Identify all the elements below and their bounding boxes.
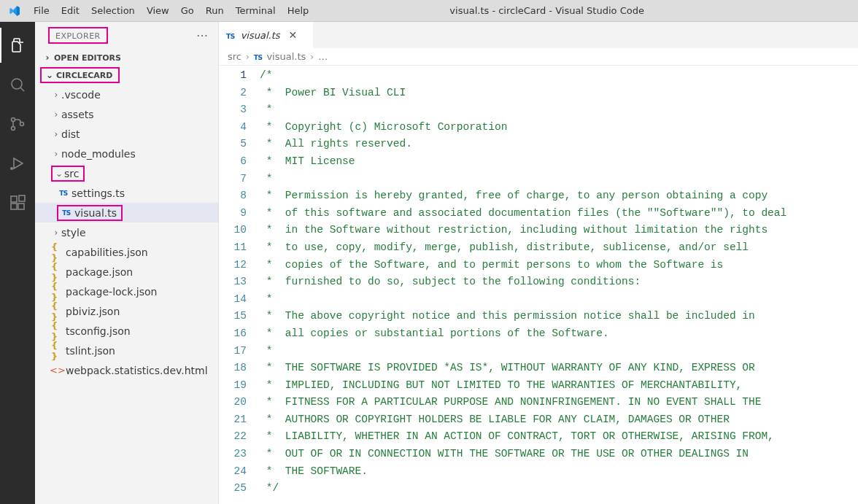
folder-node-modules[interactable]: ›node_modules bbox=[35, 144, 218, 163]
svg-rect-7 bbox=[11, 196, 17, 202]
chevron-right-icon: › bbox=[310, 52, 314, 62]
menu-run[interactable]: Run bbox=[200, 2, 230, 19]
folder-label: dist bbox=[61, 128, 80, 140]
menu-view[interactable]: View bbox=[141, 2, 175, 19]
activity-search-icon[interactable] bbox=[0, 67, 35, 102]
code-editor[interactable]: 1234567891011121314151617181920212223242… bbox=[219, 66, 858, 504]
folder-style[interactable]: ›style bbox=[35, 222, 218, 242]
window-title: visual.ts - circleCard - Visual Studio C… bbox=[314, 5, 852, 16]
menubar: File Edit Selection View Go Run Terminal… bbox=[0, 0, 858, 22]
activity-source-control-icon[interactable] bbox=[0, 106, 35, 141]
file-tsconfig[interactable]: { }tsconfig.json bbox=[35, 321, 218, 341]
open-editors-section[interactable]: › OPEN EDITORS bbox=[35, 48, 218, 67]
svg-rect-10 bbox=[19, 195, 25, 201]
svg-point-2 bbox=[12, 118, 15, 122]
line-number-gutter: 1234567891011121314151617181920212223242… bbox=[219, 66, 260, 504]
code-content[interactable]: /* * Power BI Visual CLI * * Copyright (… bbox=[260, 66, 858, 504]
json-file-icon: { } bbox=[51, 320, 64, 342]
svg-line-1 bbox=[20, 88, 24, 91]
breadcrumb-src[interactable]: src bbox=[228, 51, 241, 62]
json-file-icon: { } bbox=[51, 301, 64, 322]
open-editors-label: OPEN EDITORS bbox=[54, 53, 121, 63]
sidebar-header: EXPLORER ⋯ bbox=[35, 22, 218, 48]
file-label: pbiviz.json bbox=[66, 306, 120, 317]
close-icon[interactable]: ✕ bbox=[289, 29, 298, 41]
json-file-icon: { } bbox=[51, 340, 64, 362]
svg-point-4 bbox=[20, 123, 24, 126]
activity-extensions-icon[interactable] bbox=[0, 185, 35, 220]
folder-vscode[interactable]: ›.vscode bbox=[35, 85, 218, 104]
file-tslint[interactable]: { }tslint.json bbox=[35, 341, 218, 360]
chevron-right-icon: › bbox=[51, 109, 61, 120]
file-tree: ›.vscode ›assets ›dist ›node_modules ⌄sr… bbox=[35, 83, 218, 381]
json-file-icon: { } bbox=[51, 281, 64, 303]
file-label: tsconfig.json bbox=[66, 325, 131, 337]
editor-area: TS visual.ts ✕ src › TS visual.ts › … 12… bbox=[219, 22, 858, 504]
breadcrumb-tail[interactable]: … bbox=[318, 51, 328, 62]
file-label: visual.ts bbox=[74, 207, 117, 219]
file-label: settings.ts bbox=[72, 187, 125, 199]
ts-file-icon: TS bbox=[57, 190, 70, 197]
explorer-title: EXPLORER bbox=[55, 31, 101, 41]
ts-file-icon: TS bbox=[226, 30, 235, 41]
chevron-right-icon: › bbox=[51, 90, 61, 100]
menu-help[interactable]: Help bbox=[282, 2, 315, 19]
file-label: capabilities.json bbox=[66, 247, 148, 258]
file-label: package-lock.json bbox=[66, 286, 158, 298]
menu-file[interactable]: File bbox=[28, 2, 55, 19]
ts-file-icon: TS bbox=[60, 209, 73, 217]
tab-visual-ts[interactable]: TS visual.ts ✕ bbox=[219, 22, 314, 48]
folder-assets[interactable]: ›assets bbox=[35, 104, 218, 124]
file-label: webpack.statistics.dev.html bbox=[66, 365, 208, 376]
breadcrumbs[interactable]: src › TS visual.ts › … bbox=[219, 48, 858, 66]
tab-label: visual.ts bbox=[241, 30, 280, 41]
file-pbiviz[interactable]: { }pbiviz.json bbox=[35, 301, 218, 321]
file-webpack-html[interactable]: <>webpack.statistics.dev.html bbox=[35, 360, 218, 380]
sidebar-more-icon[interactable]: ⋯ bbox=[193, 28, 211, 42]
activity-bar bbox=[0, 22, 35, 504]
folder-dist[interactable]: ›dist bbox=[35, 124, 218, 144]
explorer-title-highlight: EXPLORER bbox=[48, 27, 108, 44]
folder-label: src bbox=[64, 168, 79, 179]
menu-edit[interactable]: Edit bbox=[55, 2, 85, 19]
chevron-right-icon: › bbox=[42, 53, 53, 63]
project-label: CIRCLECARD bbox=[56, 71, 112, 80]
svg-point-3 bbox=[12, 127, 15, 131]
chevron-right-icon: › bbox=[246, 52, 250, 62]
file-label: package.json bbox=[66, 266, 133, 278]
chevron-right-icon: › bbox=[51, 129, 61, 139]
file-visual-ts-highlight[interactable]: TSvisual.ts bbox=[35, 203, 218, 222]
folder-label: assets bbox=[61, 109, 94, 120]
menu-terminal[interactable]: Terminal bbox=[230, 2, 282, 19]
svg-rect-9 bbox=[18, 203, 24, 209]
chevron-right-icon: › bbox=[51, 228, 61, 238]
file-capabilities[interactable]: { }capabilities.json bbox=[35, 242, 218, 262]
menu-items: File Edit Selection View Go Run Terminal… bbox=[28, 2, 314, 19]
menu-selection[interactable]: Selection bbox=[85, 2, 141, 19]
file-label: tslint.json bbox=[66, 345, 115, 357]
chevron-right-icon: › bbox=[51, 149, 61, 159]
folder-label: node_modules bbox=[61, 148, 136, 160]
svg-point-0 bbox=[12, 79, 22, 89]
chevron-down-icon: ⌄ bbox=[45, 70, 55, 80]
folder-label: style bbox=[61, 227, 86, 239]
svg-point-6 bbox=[10, 167, 13, 170]
vscode-logo-icon bbox=[9, 5, 20, 17]
file-settings-ts[interactable]: TSsettings.ts bbox=[35, 183, 218, 203]
folder-label: .vscode bbox=[61, 89, 101, 101]
tab-row: TS visual.ts ✕ bbox=[219, 22, 858, 48]
json-file-icon: { } bbox=[51, 261, 64, 283]
breadcrumb-file[interactable]: visual.ts bbox=[266, 51, 306, 62]
project-section-highlight[interactable]: ⌄ CIRCLECARD bbox=[40, 67, 120, 83]
activity-explorer-icon[interactable] bbox=[0, 28, 35, 63]
file-package[interactable]: { }package.json bbox=[35, 262, 218, 282]
json-file-icon: { } bbox=[51, 241, 64, 263]
folder-src-highlight[interactable]: ⌄src bbox=[35, 163, 218, 183]
file-package-lock[interactable]: { }package-lock.json bbox=[35, 282, 218, 301]
html-file-icon: <> bbox=[51, 365, 64, 376]
svg-marker-5 bbox=[14, 158, 23, 168]
sidebar: EXPLORER ⋯ › OPEN EDITORS ⌄ CIRCLECARD ›… bbox=[35, 22, 219, 504]
activity-debug-icon[interactable] bbox=[0, 146, 35, 181]
menu-go[interactable]: Go bbox=[175, 2, 200, 19]
chevron-down-icon: ⌄ bbox=[54, 168, 64, 179]
